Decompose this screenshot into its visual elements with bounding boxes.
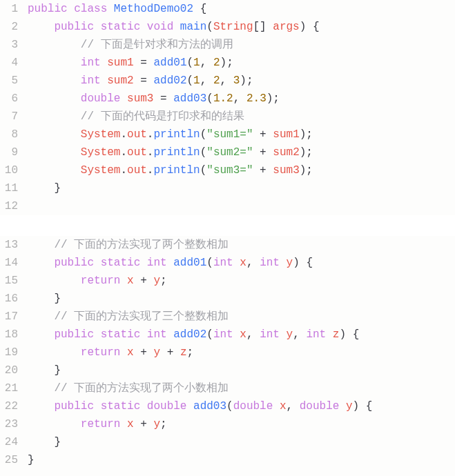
code-line[interactable]: 17 // 下面的方法实现了三个整数相加 <box>0 308 455 326</box>
line-number: 3 <box>0 36 28 54</box>
code-content[interactable]: // 下面的方法实现了两个整数相加 <box>28 236 455 254</box>
code-line[interactable]: 15 return x + y; <box>0 272 455 290</box>
code-line[interactable]: 14 public static int add01(int x, int y)… <box>0 254 455 272</box>
line-number: 11 <box>0 179 28 197</box>
code-line[interactable]: 5 int sum2 = add02(1, 2, 3); <box>0 72 455 90</box>
line-number: 22 <box>0 397 28 415</box>
code-block-bottom: 13 // 下面的方法实现了两个整数相加14 public static int… <box>0 236 455 469</box>
code-line[interactable]: 1public class MethodDemo02 { <box>0 0 455 18</box>
line-number: 23 <box>0 415 28 433</box>
line-number: 25 <box>0 451 28 469</box>
code-content[interactable]: int sum1 = add01(1, 2); <box>28 54 455 72</box>
block-gap <box>0 215 455 236</box>
code-content[interactable]: } <box>28 179 455 197</box>
line-number: 17 <box>0 308 28 326</box>
code-line[interactable]: 22 public static double add03(double x, … <box>0 397 455 415</box>
code-content[interactable]: } <box>28 451 455 469</box>
code-content[interactable]: } <box>28 290 455 308</box>
line-number: 6 <box>0 90 28 108</box>
code-line[interactable]: 20 } <box>0 361 455 379</box>
line-number: 12 <box>0 197 28 215</box>
code-content[interactable]: } <box>28 361 455 379</box>
code-line[interactable]: 24 } <box>0 433 455 451</box>
line-number: 7 <box>0 108 28 126</box>
code-content[interactable]: // 下面的方法实现了两个小数相加 <box>28 379 455 397</box>
code-line[interactable]: 16 } <box>0 290 455 308</box>
line-number: 18 <box>0 326 28 344</box>
code-content[interactable]: System.out.println("sum2=" + sum2); <box>28 143 455 161</box>
code-line[interactable]: 7 // 下面的代码是打印求和的结果 <box>0 108 455 126</box>
code-line[interactable]: 23 return x + y; <box>0 415 455 433</box>
code-line[interactable]: 4 int sum1 = add01(1, 2); <box>0 54 455 72</box>
line-number: 10 <box>0 161 28 179</box>
code-content[interactable]: System.out.println("sum3=" + sum3); <box>28 161 455 179</box>
line-number: 2 <box>0 18 28 36</box>
code-line[interactable]: 6 double sum3 = add03(1.2, 2.3); <box>0 90 455 108</box>
code-content[interactable]: } <box>28 433 455 451</box>
line-number: 4 <box>0 54 28 72</box>
code-line[interactable]: 18 public static int add02(int x, int y,… <box>0 326 455 344</box>
code-line[interactable]: 13 // 下面的方法实现了两个整数相加 <box>0 236 455 254</box>
code-content[interactable]: System.out.println("sum1=" + sum1); <box>28 126 455 143</box>
line-number: 9 <box>0 143 28 161</box>
line-number: 5 <box>0 72 28 90</box>
line-number: 14 <box>0 254 28 272</box>
code-content[interactable]: // 下面是针对求和方法的调用 <box>28 36 455 54</box>
line-number: 8 <box>0 126 28 143</box>
code-line[interactable]: 2 public static void main(String[] args)… <box>0 18 455 36</box>
line-number: 24 <box>0 433 28 451</box>
code-line[interactable]: 19 return x + y + z; <box>0 344 455 361</box>
code-content[interactable]: return x + y; <box>28 272 455 290</box>
line-number: 15 <box>0 272 28 290</box>
code-content[interactable]: public static void main(String[] args) { <box>28 18 455 36</box>
code-line[interactable]: 3 // 下面是针对求和方法的调用 <box>0 36 455 54</box>
code-line[interactable]: 9 System.out.println("sum2=" + sum2); <box>0 143 455 161</box>
code-line[interactable]: 25} <box>0 451 455 469</box>
line-number: 21 <box>0 379 28 397</box>
code-content[interactable]: // 下面的方法实现了三个整数相加 <box>28 308 455 326</box>
code-line[interactable]: 12 <box>0 197 455 215</box>
code-content[interactable]: return x + y; <box>28 415 455 433</box>
code-line[interactable]: 21 // 下面的方法实现了两个小数相加 <box>0 379 455 397</box>
code-content[interactable]: return x + y + z; <box>28 344 455 361</box>
line-number: 16 <box>0 290 28 308</box>
code-content[interactable]: double sum3 = add03(1.2, 2.3); <box>28 90 455 108</box>
code-content[interactable]: // 下面的代码是打印求和的结果 <box>28 108 455 126</box>
line-number: 19 <box>0 344 28 361</box>
code-content[interactable]: public static double add03(double x, dou… <box>28 397 455 415</box>
line-number: 20 <box>0 361 28 379</box>
code-block-top: 1public class MethodDemo02 {2 public sta… <box>0 0 455 215</box>
code-line[interactable]: 10 System.out.println("sum3=" + sum3); <box>0 161 455 179</box>
code-content[interactable] <box>28 197 455 215</box>
code-content[interactable]: public static int add02(int x, int y, in… <box>28 326 455 344</box>
code-line[interactable]: 11 } <box>0 179 455 197</box>
code-content[interactable]: int sum2 = add02(1, 2, 3); <box>28 72 455 90</box>
line-number: 13 <box>0 236 28 254</box>
code-content[interactable]: public static int add01(int x, int y) { <box>28 254 455 272</box>
line-number: 1 <box>0 0 28 18</box>
code-line[interactable]: 8 System.out.println("sum1=" + sum1); <box>0 126 455 143</box>
code-content[interactable]: public class MethodDemo02 { <box>28 0 455 18</box>
